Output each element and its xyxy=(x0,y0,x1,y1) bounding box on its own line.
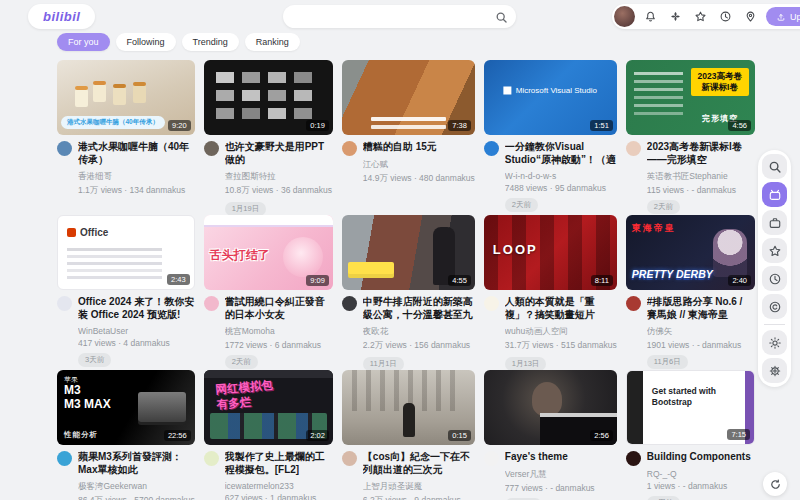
video-title[interactable]: Office 2024 来了！教你安装 Office 2024 预览版! xyxy=(78,296,195,321)
tab-trending[interactable]: Trending xyxy=(182,33,239,51)
uploader-avatar[interactable] xyxy=(57,451,72,466)
video-title[interactable]: Faye's theme xyxy=(505,451,617,464)
uploader-name[interactable]: 夜欧花 xyxy=(363,326,475,338)
duration-badge: 9:20 xyxy=(168,120,191,131)
uploader-avatar[interactable] xyxy=(342,141,357,156)
uploader-name[interactable]: 英语教书匠Stephanie xyxy=(647,171,755,183)
video-thumbnail[interactable]: 4:56 2023高考卷 新课标I卷完形填空 xyxy=(626,60,755,135)
video-title[interactable]: Building Components xyxy=(647,451,755,464)
duration-badge: 1:51 xyxy=(590,120,613,131)
uploader-avatar[interactable] xyxy=(204,141,219,156)
video-title[interactable]: 一分鐘教你Visual Studio“原神啟動”！（適用於Blend） xyxy=(505,141,617,166)
video-thumbnail[interactable]: 0:15 xyxy=(342,370,475,445)
uploader-name[interactable]: 极客湾Geekerwan xyxy=(78,481,195,493)
toolbar-feedback-button[interactable] xyxy=(762,294,787,319)
video-card: 2:43 Office Office 2024 来了！教你安装 Office 2… xyxy=(57,215,195,370)
video-thumbnail[interactable]: 4:55 xyxy=(342,215,475,290)
video-thumbnail[interactable]: 2:43 Office xyxy=(57,215,195,290)
video-thumbnail[interactable]: 7:38 xyxy=(342,60,475,135)
video-thumbnail[interactable]: 0:19 xyxy=(204,60,333,135)
toolbar-gear-button[interactable] xyxy=(762,358,787,383)
uploader-avatar[interactable] xyxy=(626,141,641,156)
uploader-name[interactable]: 江心赋 xyxy=(363,159,475,171)
bell-icon[interactable] xyxy=(640,6,661,27)
tab-for-you[interactable]: For you xyxy=(57,33,110,51)
dynamics-icon[interactable] xyxy=(665,6,686,27)
uploader-name[interactable]: 上智月頭圣诞魔 xyxy=(363,481,475,493)
toolbar-history-button[interactable] xyxy=(762,266,787,291)
star-icon[interactable] xyxy=(690,6,711,27)
duration-badge: 0:15 xyxy=(448,430,471,441)
video-thumbnail[interactable]: 2:40 東海帝皇PRETTY DERBY xyxy=(626,215,755,290)
user-avatar[interactable] xyxy=(614,6,635,27)
uploader-avatar[interactable] xyxy=(204,451,219,466)
video-thumbnail[interactable]: 7:15 Get started with Bootstrap xyxy=(626,370,755,445)
video-title[interactable]: 人類的本質就是「重複」？搞笑動畫短片《LOOP》 xyxy=(505,296,617,321)
video-title[interactable]: 【cos向】紀念一下在不列顛出道的三次元 xyxy=(363,451,475,476)
tab-ranking[interactable]: Ranking xyxy=(245,33,300,51)
toolbar-home-button[interactable] xyxy=(762,182,787,207)
video-thumbnail[interactable]: 1:51 Microsoft Visual Studio xyxy=(484,60,617,135)
video-thumbnail[interactable]: 2:56 xyxy=(484,370,617,445)
uploader-name[interactable]: 仿佛矢 xyxy=(647,326,755,338)
toolbar-tv-button[interactable] xyxy=(762,210,787,235)
uploader-name[interactable]: 香港细哥 xyxy=(78,171,195,183)
duration-badge: 4:56 xyxy=(728,120,751,131)
toolbar-star-button[interactable] xyxy=(762,238,787,263)
video-card: 1:51 Microsoft Visual Studio 一分鐘教你Visual… xyxy=(484,60,617,215)
duration-badge: 9:09 xyxy=(306,275,329,286)
uploader-avatar[interactable] xyxy=(57,296,72,311)
video-title[interactable]: 蘋果M3系列首發評測：Max單核如此 xyxy=(78,451,195,476)
uploader-name[interactable]: Verser凡慧 xyxy=(505,469,617,481)
video-thumbnail[interactable]: 9:09 舌头打结了 xyxy=(204,215,333,290)
video-thumbnail[interactable]: 22:56 苹果M3 M3 MAX性能分析 xyxy=(57,370,195,445)
video-thumbnail[interactable]: 8:11 LOOP xyxy=(484,215,617,290)
uploader-avatar[interactable] xyxy=(484,451,499,466)
search-input[interactable] xyxy=(291,11,495,22)
uploader-avatar[interactable] xyxy=(626,296,641,311)
video-card: 7:15 Get started with Bootstrap Building… xyxy=(626,370,755,500)
search-bar[interactable] xyxy=(283,5,516,28)
video-title[interactable]: 糟糕的自助 15元 xyxy=(363,141,475,154)
video-title[interactable]: 2023高考卷新课标I卷——完形填空 xyxy=(647,141,755,166)
uploader-name[interactable]: RQ-_-Q xyxy=(647,469,755,479)
uploader-name[interactable]: 查拉图斯特拉 xyxy=(225,171,333,183)
uploader-avatar[interactable] xyxy=(484,296,499,311)
video-title[interactable]: 中野牛排店附近的新築高級公寓，十分溫馨甚至九分乾淨 xyxy=(363,296,475,321)
uploader-name[interactable]: W-i-n-d-o-w-s xyxy=(505,171,617,181)
refresh-icon xyxy=(769,478,782,491)
toolbar-search-button[interactable] xyxy=(762,154,787,179)
location-icon[interactable] xyxy=(740,6,761,27)
uploader-avatar[interactable] xyxy=(342,451,357,466)
uploader-avatar[interactable] xyxy=(204,296,219,311)
video-info: Office 2024 来了！教你安装 Office 2024 预览版! Win… xyxy=(57,290,195,367)
uploader-name[interactable]: icewatermelon233 xyxy=(225,481,333,491)
video-thumbnail[interactable]: 9:20 港式水果咖喱牛腩（40年传承） xyxy=(57,60,195,135)
video-info: 【cos向】紀念一下在不列顛出道的三次元 上智月頭圣诞魔 6.2万 views … xyxy=(342,445,475,500)
refresh-button[interactable] xyxy=(763,472,787,496)
video-card: 4:55 中野牛排店附近的新築高級公寓，十分溫馨甚至九分乾淨 夜欧花 2.2万 … xyxy=(342,215,475,370)
upload-button[interactable]: Upload xyxy=(766,7,800,26)
uploader-name[interactable]: 桃宫Momoha xyxy=(225,326,333,338)
video-thumbnail[interactable]: 2:02 网红模拟包 有多烂 xyxy=(204,370,333,445)
m3-foot-overlay: 性能分析 xyxy=(64,430,98,440)
views-danmaku: 1.1万 views · 134 danmakus xyxy=(78,185,195,197)
uploader-name[interactable]: wuhu动画人空间 xyxy=(505,326,617,338)
uploader-avatar[interactable] xyxy=(484,141,499,156)
history-icon[interactable] xyxy=(715,6,736,27)
date-badge: 2天前 xyxy=(647,200,680,214)
uploader-avatar[interactable] xyxy=(626,451,641,466)
tab-following[interactable]: Following xyxy=(116,33,176,51)
uploader-avatar[interactable] xyxy=(57,141,72,156)
video-info: 港式水果咖喱牛腩（40年传承） 香港细哥 1.1万 views · 134 da… xyxy=(57,135,195,197)
video-title[interactable]: #排版思路分享 No.6 / 賽馬娘 // 東海帝皇 xyxy=(647,296,755,321)
video-title[interactable]: 也许文豪野犬是用PPT做的 xyxy=(225,141,333,166)
video-title[interactable]: 我製作了史上最爛的工程模擬包。[FL2] xyxy=(225,451,333,476)
site-logo[interactable]: bilibil xyxy=(28,4,95,29)
search-icon[interactable] xyxy=(495,10,508,23)
video-title[interactable]: 嘗試用繞口令糾正發音的日本小女友 xyxy=(225,296,333,321)
uploader-name[interactable]: WinBetaUser xyxy=(78,326,195,336)
toolbar-sun-button[interactable] xyxy=(762,330,787,355)
video-title[interactable]: 港式水果咖喱牛腩（40年传承） xyxy=(78,141,195,166)
uploader-avatar[interactable] xyxy=(342,296,357,311)
